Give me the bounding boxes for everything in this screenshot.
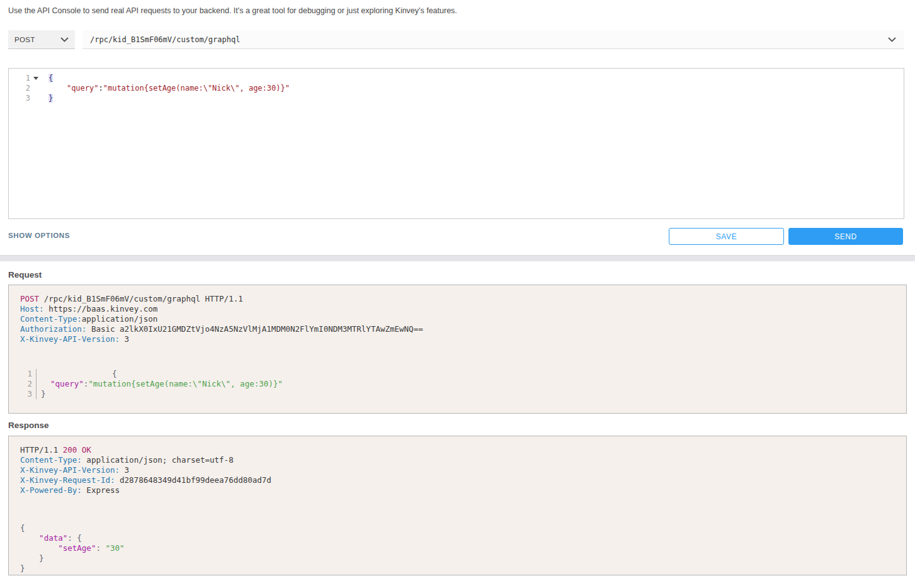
http-header-row: Host: https://baas.kinvey.com xyxy=(20,304,895,314)
method-select[interactable]: POST xyxy=(8,30,75,49)
header-value: 3 xyxy=(120,334,129,344)
header-name: Content-Type: xyxy=(20,314,82,324)
colon: : xyxy=(98,84,103,93)
url-combobox[interactable]: /rpc/kid_B1SmF06mV/custom/graphql xyxy=(82,30,904,49)
http-method: POST xyxy=(20,294,39,303)
header-value: application/json xyxy=(82,314,157,324)
body-line-number: 3 xyxy=(20,389,37,399)
code-line: { xyxy=(40,73,53,83)
body-line-number: 2 xyxy=(20,379,37,389)
request-heading: Request xyxy=(8,270,42,280)
editor-line: 3 } xyxy=(9,93,904,103)
open-brace: { xyxy=(112,369,117,378)
request-builder-row: POST /rpc/kid_B1SmF06mV/custom/graphql xyxy=(8,30,904,49)
http-header-row: X-Kinvey-API-Version: 3 xyxy=(20,334,895,344)
close-brace: } xyxy=(48,94,53,103)
body-line: 3 } xyxy=(20,389,895,399)
header-name: X-Powered-By: xyxy=(20,485,82,495)
json-key: "data" xyxy=(39,533,67,543)
json-string-value: "30" xyxy=(106,543,125,553)
editor-line: 1 { xyxy=(9,73,904,83)
header-name: X-Kinvey-API-Version: xyxy=(20,465,120,475)
code-line: } xyxy=(40,93,53,103)
response-box: HTTP/1.1 200 OK Content-Type: applicatio… xyxy=(8,436,907,575)
header-name: Authorization: xyxy=(20,324,86,334)
http-header-row: Content-Type:application/json xyxy=(20,314,895,324)
http-status-line: HTTP/1.1 200 OK xyxy=(20,445,895,455)
body-line: 1 { xyxy=(20,369,895,379)
section-divider xyxy=(0,255,915,261)
header-value: Basic a2lkX0IxU21GMDZtVjo4NzA5NzVlMjA1MD… xyxy=(86,324,423,334)
json-key: "query" xyxy=(67,84,99,93)
fold-arrow-icon[interactable] xyxy=(30,73,40,83)
open-brace: { xyxy=(48,74,53,82)
http-header-row: Authorization: Basic a2lkX0IxU21GMDZtVjo… xyxy=(20,324,895,334)
editor-line: 2 "query":"mutation{setAge(name:\"Nick\"… xyxy=(9,83,904,93)
header-name: X-Kinvey-API-Version: xyxy=(20,334,120,344)
send-button[interactable]: SEND xyxy=(788,228,903,245)
chevron-down-icon xyxy=(60,37,69,42)
json-line: } xyxy=(20,553,895,563)
json-line: "setAge": "30" xyxy=(20,543,895,553)
json-key: "setAge" xyxy=(58,543,96,553)
json-line: } xyxy=(20,563,895,574)
json-line: { xyxy=(20,523,895,533)
json-line: "data": { xyxy=(20,533,895,543)
http-header-row: X-Powered-By: Express xyxy=(20,485,895,495)
http-header-row: X-Kinvey-API-Version: 3 xyxy=(20,465,895,475)
header-name: Content-Type: xyxy=(20,455,82,465)
http-header-row: X-Kinvey-Request-Id: d2878648349d41bf99d… xyxy=(20,475,895,485)
http-header-row: Content-Type: application/json; charset=… xyxy=(20,455,895,465)
header-value: https://baas.kinvey.com xyxy=(44,304,158,314)
http-proto: HTTP/1.1 xyxy=(20,445,63,455)
line-number: 3 xyxy=(9,93,30,103)
show-options-link[interactable]: SHOW OPTIONS xyxy=(8,232,70,239)
chevron-down-icon[interactable] xyxy=(888,37,896,42)
header-value: Express xyxy=(82,485,120,495)
method-select-value: POST xyxy=(14,36,35,43)
intro-text: Use the API Console to send real API req… xyxy=(8,6,457,15)
response-heading: Response xyxy=(8,421,49,430)
http-start-line: POST /rpc/kid_B1SmF06mV/custom/graphql H… xyxy=(20,294,895,304)
request-body-editor[interactable]: 1 { 2 "query":"mutation{setAge(name:\"Ni… xyxy=(8,68,904,219)
body-line: 2 "query":"mutation{setAge(name:\"Nick\"… xyxy=(20,379,895,389)
request-box: POST /rpc/kid_B1SmF06mV/custom/graphql H… xyxy=(8,285,907,414)
response-body-view: { "data": { "setAge": "30" } } xyxy=(20,523,895,574)
line-number: 2 xyxy=(9,83,30,93)
body-line-number: 1 xyxy=(20,369,37,379)
close-brace: } xyxy=(41,389,46,399)
header-value: application/json; charset=utf-8 xyxy=(82,455,234,465)
line-number: 1 xyxy=(9,73,30,83)
status-code: 200 OK xyxy=(63,445,91,455)
http-path: /rpc/kid_B1SmF06mV/custom/graphql HTTP/1… xyxy=(39,294,243,303)
url-value: /rpc/kid_B1SmF06mV/custom/graphql xyxy=(90,35,240,44)
header-value: d2878648349d41bf99deea76dd80ad7d xyxy=(115,475,271,485)
api-console-page: Use the API Console to send real API req… xyxy=(0,0,915,588)
code-line: "query":"mutation{setAge(name:\"Nick\", … xyxy=(40,83,290,93)
header-name: X-Kinvey-Request-Id: xyxy=(20,475,115,485)
json-string-value: "mutation{setAge(name:\"Nick\", age:30)}… xyxy=(103,84,290,93)
header-name: Host: xyxy=(20,304,44,314)
header-value: 3 xyxy=(120,465,129,475)
json-key: "query" xyxy=(50,379,84,388)
json-string-value: "mutation{setAge(name:\"Nick\", age:30)}… xyxy=(88,379,283,388)
save-button[interactable]: SAVE xyxy=(669,228,784,245)
request-body-view: 1 { 2 "query":"mutation{setAge(name:\"Ni… xyxy=(20,369,895,399)
